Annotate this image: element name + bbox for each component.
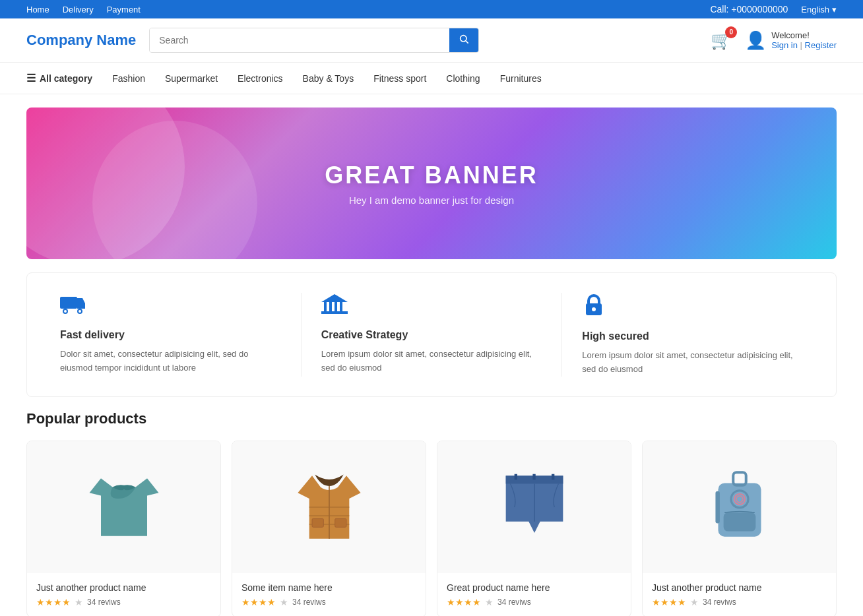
nav-baby-toys[interactable]: Baby & Toys xyxy=(303,64,354,93)
top-bar-right: Call: +0000000000 English ▾ xyxy=(710,4,837,15)
language-dropdown[interactable]: English ▾ xyxy=(801,5,837,15)
svg-line-1 xyxy=(466,41,468,44)
svg-rect-25 xyxy=(532,474,535,479)
product-name-1: Just another product name xyxy=(36,582,211,593)
banner-subtitle: Hey I am demo banner just for design xyxy=(349,195,514,206)
feature-strategy-title: Creative Strategy xyxy=(321,329,542,341)
review-count-1: 34 reviws xyxy=(87,598,121,607)
product-card-4[interactable]: Just another product name ★★★★★ 34 reviw… xyxy=(642,441,837,616)
user-icon: 👤 xyxy=(745,30,766,51)
product-rating-4: ★★★★★ 34 reviws xyxy=(652,597,827,607)
product-rating-1: ★★★★★ 34 reviws xyxy=(36,597,211,607)
all-category-label: All category xyxy=(40,73,92,84)
hero-banner: GREAT BANNER Hey I am demo banner just f… xyxy=(26,108,837,259)
svg-rect-8 xyxy=(324,302,327,311)
nav-fashion[interactable]: Fashion xyxy=(112,64,145,93)
svg-rect-2 xyxy=(60,297,77,309)
nav-supermarket[interactable]: Supermarket xyxy=(165,64,218,93)
svg-marker-3 xyxy=(77,298,85,309)
sign-in-link[interactable]: Sign in xyxy=(771,40,798,50)
header-actions: 🛒 0 👤 Welcome! Sign in | Register xyxy=(711,30,837,51)
review-count-2: 34 reviws xyxy=(292,598,326,607)
user-area[interactable]: 👤 Welcome! Sign in | Register xyxy=(745,30,837,51)
svg-rect-10 xyxy=(335,302,337,311)
product-info-3: Great product name here ★★★★★ 34 reviws xyxy=(437,573,631,616)
feature-secured-desc: Lorem ipsum dolor sit amet, consectetur … xyxy=(582,349,803,377)
nav-home[interactable]: Home xyxy=(26,5,49,15)
stars-filled-1: ★★★★ xyxy=(36,597,71,607)
feature-secured: High secured Lorem ipsum dolor sit amet,… xyxy=(562,293,823,377)
header: Company Name 🛒 0 👤 Welcome! Sign in | Re… xyxy=(0,18,863,63)
nav-delivery[interactable]: Delivery xyxy=(63,5,94,15)
product-image-4 xyxy=(643,441,836,573)
company-logo[interactable]: Company Name xyxy=(26,32,136,49)
nav-fitness[interactable]: Fitness sport xyxy=(373,64,426,93)
sign-links: Sign in | Register xyxy=(771,40,837,50)
hamburger-icon: ☰ xyxy=(26,72,36,84)
feature-fast-delivery: Fast delivery Dolor sit amet, consectetu… xyxy=(40,293,302,377)
stars-filled-4: ★★★★ xyxy=(652,597,686,607)
svg-rect-26 xyxy=(552,474,554,479)
popular-products-title: Popular products xyxy=(26,410,837,427)
user-text: Welcome! Sign in | Register xyxy=(771,30,837,50)
stars-empty-4: ★ xyxy=(690,597,699,607)
svg-rect-13 xyxy=(321,311,348,314)
review-count-4: 34 reviws xyxy=(703,598,736,607)
nav-furnitures[interactable]: Furnitures xyxy=(500,64,542,93)
chevron-down-icon: ▾ xyxy=(832,5,837,15)
svg-marker-12 xyxy=(321,294,348,302)
all-category-button[interactable]: ☰ All category xyxy=(26,63,92,94)
top-bar-nav: Home Delivery Payment xyxy=(26,5,141,15)
feature-secured-title: High secured xyxy=(582,330,803,342)
svg-rect-24 xyxy=(514,474,517,479)
bank-icon xyxy=(321,293,542,321)
svg-point-0 xyxy=(461,36,466,42)
product-image-1 xyxy=(27,441,220,573)
nav-electronics[interactable]: Electronics xyxy=(238,64,282,93)
review-count-3: 34 reviws xyxy=(497,598,531,607)
lock-icon xyxy=(582,293,803,323)
product-name-4: Just another product name xyxy=(652,582,827,593)
svg-rect-21 xyxy=(335,518,346,527)
product-info-1: Just another product name ★★★★★ 34 reviw… xyxy=(27,573,220,616)
product-rating-3: ★★★★★ 34 reviws xyxy=(447,597,622,607)
cart-badge: 0 xyxy=(725,26,737,38)
language-label: English xyxy=(801,5,829,15)
stars-empty-1: ★ xyxy=(75,597,83,607)
register-link[interactable]: Register xyxy=(805,40,837,50)
top-bar: Home Delivery Payment Call: +0000000000 … xyxy=(0,0,863,18)
svg-rect-9 xyxy=(329,302,332,311)
feature-strategy: Creative Strategy Lorem ipsum dolor sit … xyxy=(302,293,563,377)
product-card-3[interactable]: Great product name here ★★★★★ 34 reviws xyxy=(437,441,631,616)
stars-filled-3: ★★★★ xyxy=(447,597,481,607)
search-input[interactable] xyxy=(150,28,449,52)
popular-products-section: Popular products Just another product na… xyxy=(26,410,837,616)
product-card-1[interactable]: Just another product name ★★★★★ 34 reviw… xyxy=(26,441,221,616)
banner-title: GREAT BANNER xyxy=(325,162,538,189)
nav-payment[interactable]: Payment xyxy=(107,5,141,15)
feature-fast-delivery-title: Fast delivery xyxy=(60,329,281,341)
svg-rect-11 xyxy=(340,302,342,311)
stars-empty-3: ★ xyxy=(485,597,494,607)
product-image-2 xyxy=(232,441,426,573)
product-rating-2: ★★★★★ 34 reviws xyxy=(241,597,416,607)
search-button[interactable] xyxy=(449,28,478,52)
product-card-2[interactable]: Some item name here ★★★★★ 34 reviws xyxy=(232,441,426,616)
svg-point-7 xyxy=(79,310,81,313)
category-nav: ☰ All category Fashion Supermarket Elect… xyxy=(0,63,863,94)
svg-point-6 xyxy=(64,310,67,313)
features-section: Fast delivery Dolor sit amet, consectetu… xyxy=(26,272,837,397)
nav-clothing[interactable]: Clothing xyxy=(446,64,480,93)
product-name-2: Some item name here xyxy=(241,582,416,593)
product-name-3: Great product name here xyxy=(447,582,622,593)
feature-fast-delivery-desc: Dolor sit amet, consectetur adipisicing … xyxy=(60,348,281,375)
svg-rect-30 xyxy=(723,512,755,531)
product-info-2: Some item name here ★★★★★ 34 reviws xyxy=(232,573,426,616)
svg-rect-20 xyxy=(312,518,323,527)
stars-empty-2: ★ xyxy=(280,597,288,607)
product-image-3 xyxy=(437,441,631,573)
phone-number: Call: +0000000000 xyxy=(710,4,788,15)
svg-rect-29 xyxy=(715,491,720,523)
cart-button[interactable]: 🛒 0 xyxy=(711,30,732,51)
welcome-text: Welcome! xyxy=(771,30,837,40)
